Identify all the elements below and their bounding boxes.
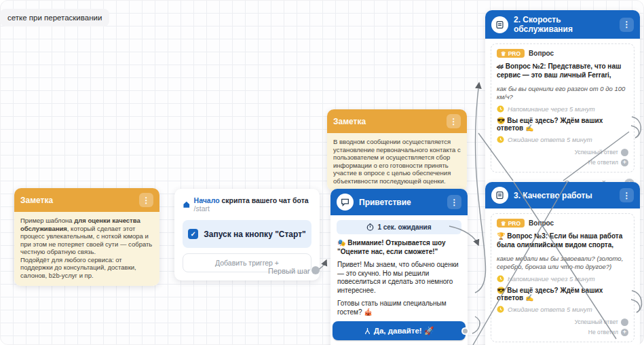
note-title: Заметка [20,196,53,205]
start-command: /start [194,204,210,213]
start-title-accent: Начало [194,196,220,204]
waiting-row: Ожидание ответа 5 минут [497,306,628,313]
pro-label: PRO [508,50,520,57]
note-text-lead: Пример шаблона [20,217,74,224]
pro-badge: ♛PRO [497,49,525,58]
question-content-box: ♛PRO Вопрос 🏎 Вопрос №2: Представьте, чт… [491,43,634,172]
note-header[interactable]: Заметка ⋮ [14,188,159,212]
first-step-port[interactable] [311,266,320,274]
kebab-menu-icon[interactable]: ⋮ [620,188,634,202]
node-title: 3. Качество работы [514,191,592,200]
kebab-menu-icon[interactable]: ⋮ [447,114,461,128]
success-output-port[interactable] [621,149,628,156]
clock-bullet-icon [497,136,504,143]
clock-bullet-icon [497,275,504,283]
chat-bubble-icon [337,194,354,211]
block-type-label: Вопрос [529,50,554,57]
crown-icon: ♛ [501,220,506,227]
message-paragraph: Привет! Мы знаем, что обычно оценки — эт… [337,261,461,295]
greeting-message: 🎭 Внимание! Открывается шоу "Оцените нас… [330,239,468,316]
start-node-header: Начало скрипта вашего чат бота /start [174,189,320,219]
crown-icon: ♛ [501,50,506,57]
start-title-rest: скрипта вашего чат бота [220,196,309,204]
waiting-text: Ожидание ответа 5 минут [508,306,592,313]
greeting-node-header[interactable]: Приветствие ⋮ [330,189,468,215]
pro-label: PRO [508,220,520,227]
waiting-text: Ожидание ответа 5 минут [508,136,592,143]
kebab-menu-icon[interactable]: ⋮ [447,195,461,209]
note-title: Заметка [333,117,366,126]
question-node-header[interactable]: 3. Качество работы ⋮ [485,182,640,208]
clock-bullet-icon [497,105,504,113]
question-node-quality[interactable]: 3. Качество работы ⋮ ♛PRO Вопрос 🏆 Вопро… [485,182,640,345]
kebab-menu-icon[interactable]: ⋮ [139,193,153,207]
poll-icon [491,16,508,33]
note-header[interactable]: Заметка ⋮ [327,109,467,133]
drag-hint-tooltip: сетке при перетаскивании [0,9,109,26]
question-node-header[interactable]: 2. Скорость обслуживания ⋮ [485,10,640,39]
reminder-message: 😎 Вы ещё здесь? Ждём ваших ответов ✍️ [497,117,628,132]
wait-duration-row[interactable]: 1 сек. ожидания [337,220,461,234]
node-title: Приветствие [359,198,411,207]
no-answer-output-port[interactable]: + [621,159,628,166]
checkbox-checked-icon[interactable]: ✓ [188,229,198,239]
message-bold-line: 🎭 Внимание! Открывается шоу "Оцените нас… [337,239,461,256]
reply-button-yes[interactable]: Да, давайте! 🚀 [333,321,466,340]
question-node-speed[interactable]: 2. Скорость обслуживания ⋮ ♛PRO Вопрос 🏎… [485,10,640,194]
note-text-second: Подойдёт для любого сервиса: от поддержк… [20,256,153,280]
reminder-text: Напоминание через 5 минут [508,105,595,113]
question-text-bold: 🏆 Вопрос №3: Если бы наша работа была ол… [497,232,628,249]
no-answer-output-label: Не ответил [588,329,618,335]
no-answer-output-port[interactable]: + [621,329,628,336]
waiting-row: Ожидание ответа 5 минут [497,136,628,143]
no-answer-output-label: Не ответил [588,159,618,166]
message-question: Готовы стать нашим специальным гостем? 🎪 [337,299,461,316]
note-card-quality-template[interactable]: Заметка ⋮ Пример шаблона для оценки каче… [14,188,159,286]
reminder-row: Напоминание через 5 минут [497,275,628,283]
button-label: Да, давайте! 🚀 [374,326,434,335]
success-output-port[interactable] [621,319,628,326]
wait-label: 1 сек. ожидания [377,223,431,231]
button-output-port[interactable] [461,327,469,335]
question-content-box: ♛PRO Вопрос 🏆 Вопрос №3: Если бы наша ра… [491,213,634,342]
timer-icon [366,223,374,231]
note-card-intro-message[interactable]: Заметка ⋮ В вводном сообщении осуществля… [327,109,467,191]
poll-icon [491,187,508,204]
question-text-italic: как бы вы оценили его разгон от 0 до 100… [497,85,628,101]
first-step-label: Первый шаг [268,267,310,275]
pro-badge: ♛PRO [497,219,525,228]
success-output-label: Успешный ответ [575,149,618,156]
question-text-italic: какие медали мы бы завоевали? (золото, с… [497,255,628,271]
node-title: 2. Скорость обслуживания [514,15,614,34]
reminder-text: Напоминание через 5 минут [508,275,595,283]
reminder-row: Напоминание через 5 минут [497,105,628,113]
start-trigger-row[interactable]: ✓ Запуск на кнопку "Старт" [183,220,311,248]
note-body: Пример шаблона для оценки качества обслу… [14,212,159,286]
greeting-node[interactable]: Приветствие ⋮ 1 сек. ожидания 🎭 Внимание… [330,189,468,345]
question-text-bold: 🏎 Вопрос №2: Представьте, что наш сервис… [497,62,628,79]
reminder-message: 😎 Вы ещё здесь? Ждём ваших ответов ✍️ [497,287,628,302]
clock-bullet-icon [497,306,504,313]
flow-canvas[interactable]: сетке при перетаскивании Заметка ⋮ Приме… [0,0,644,345]
block-type-label: Вопрос [529,219,554,227]
trigger-label: Запуск на кнопку "Старт" [204,230,306,239]
success-output-label: Успешный ответ [575,319,618,325]
branch-icon [364,327,371,335]
kebab-menu-icon[interactable]: ⋮ [620,18,634,32]
home-icon [183,200,191,208]
note-body: В вводном сообщении осуществляется устан… [327,133,467,191]
